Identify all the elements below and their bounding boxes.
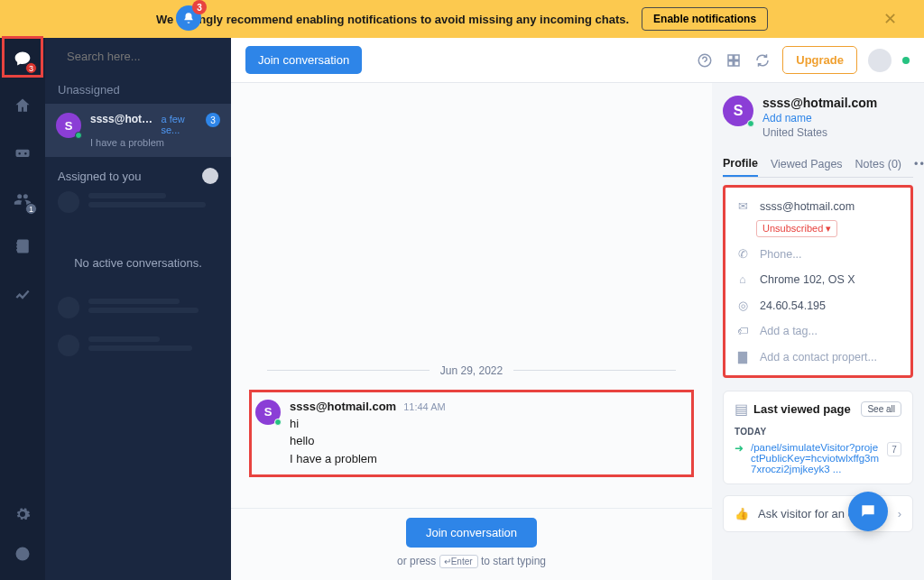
nav-analytics[interactable] [9, 280, 36, 307]
enable-notifications-button[interactable]: Enable notifications [642, 7, 768, 31]
bell-badge: 3 [192, 0, 207, 14]
last-viewed-card: ▤ Last viewed page See all TODAY ➜ /pane… [723, 391, 913, 484]
nav-chats[interactable]: 3 [9, 45, 36, 72]
assigned-label: Assigned to you [58, 170, 142, 183]
placeholder-list [45, 191, 231, 229]
contacts-badge: 1 [25, 203, 37, 215]
conversation-title: ssss@hotmail.... [90, 113, 157, 125]
tab-viewed-pages[interactable]: Viewed Pages [771, 152, 843, 176]
unassigned-label: Unassigned [45, 74, 231, 104]
add-property-row[interactable]: ▇Add a contact propert... [733, 344, 903, 370]
enter-key-chip: ↵Enter [439, 555, 478, 568]
email-icon: ✉ [735, 199, 751, 213]
conversation-time: a few se... [161, 114, 197, 135]
svg-rect-5 [735, 60, 739, 65]
user-avatar[interactable] [868, 49, 892, 72]
tab-more-icon[interactable]: ••• [914, 158, 924, 170]
nav-settings[interactable] [9, 501, 36, 528]
message-line: I have a problem [290, 450, 446, 468]
svg-rect-3 [735, 55, 739, 60]
banner-text: We strongly recommend enabling notificat… [156, 13, 629, 26]
avatar: S [56, 113, 81, 138]
tag-icon: 🏷 [735, 325, 751, 337]
last-viewed-title: Last viewed page [753, 402, 851, 416]
placeholder-list-2 [45, 297, 231, 373]
topbar: Join conversation Upgrade [231, 38, 924, 83]
profile-info-card: ✉ssss@hotmail.com Unsubscribed▾ ✆Phone..… [723, 185, 913, 378]
phone-icon: ✆ [735, 247, 751, 261]
help-icon[interactable] [696, 51, 714, 69]
message-avatar: S [255, 400, 281, 425]
conversation-preview: I have a problem [90, 137, 197, 148]
join-conversation-button-large[interactable]: Join conversation [406, 518, 537, 548]
location-icon: ◎ [735, 299, 751, 312]
today-label: TODAY [735, 427, 901, 437]
status-dot [902, 57, 910, 64]
profile-location: United States [762, 126, 913, 139]
notification-banner: 3 We strongly recommend enabling notific… [0, 0, 924, 38]
arrow-icon: ➜ [735, 442, 744, 474]
join-conversation-button[interactable]: Join conversation [245, 46, 362, 74]
profile-device: Chrome 102, OS X [760, 273, 855, 286]
nav-bot[interactable] [9, 139, 36, 166]
search-input[interactable] [67, 50, 218, 63]
date-divider: Jun 29, 2022 [267, 364, 676, 377]
message-sender: ssss@hotmail.com [290, 400, 396, 413]
apps-icon[interactable] [725, 51, 743, 69]
see-all-button[interactable]: See all [861, 401, 901, 417]
nav-address-book[interactable] [9, 233, 36, 260]
no-conversations-text: No active conversations. [45, 229, 231, 297]
svg-rect-4 [728, 60, 733, 65]
page-icon: ▤ [735, 400, 748, 418]
refresh-icon[interactable] [753, 51, 772, 69]
tab-profile[interactable]: Profile [723, 152, 758, 177]
detail-panel: S ssss@hotmail.com Add name United State… [712, 83, 924, 580]
close-icon[interactable]: ✕ [883, 9, 897, 29]
viewed-page-url[interactable]: /panel/simulateVisitor?projectPublicKey=… [751, 442, 880, 474]
thumbs-icon: 👍 [735, 507, 749, 520]
chat-area: Jun 29, 2022 S ssss@hotmail.com 11:44 AM… [231, 83, 712, 580]
svg-rect-2 [728, 55, 733, 60]
profile-avatar: S [723, 96, 753, 126]
add-name-link[interactable]: Add name [762, 112, 913, 124]
profile-ip: 24.60.54.195 [760, 299, 826, 312]
profile-name: ssss@hotmail.com [762, 96, 913, 110]
folder-icon: ▇ [735, 350, 751, 364]
nav-logo[interactable] [9, 540, 36, 567]
phone-row[interactable]: ✆Phone... [733, 241, 903, 267]
message-block: S ssss@hotmail.com 11:44 AM hi hello I h… [249, 390, 694, 478]
viewed-page-count: 7 [887, 442, 901, 456]
message-line: hi [290, 415, 446, 433]
nav-rail: 3 1 [0, 38, 45, 580]
unsubscribed-chip[interactable]: Unsubscribed▾ [756, 220, 837, 237]
bell-icon-container: 3 [176, 5, 201, 31]
conversation-item[interactable]: S ssss@hotmail.... a few se... I have a … [45, 104, 231, 157]
upgrade-button[interactable]: Upgrade [782, 46, 857, 74]
message-line: hello [290, 432, 446, 450]
profile-email: ssss@hotmail.com [760, 200, 855, 213]
message-time: 11:44 AM [403, 401, 445, 412]
press-prefix: or press [397, 555, 436, 567]
conversation-count: 3 [206, 113, 220, 127]
assigned-avatar[interactable] [202, 168, 218, 184]
press-suffix: to start typing [481, 555, 546, 567]
nav-contacts[interactable]: 1 [9, 186, 36, 213]
svg-point-0 [16, 548, 30, 561]
svg-point-1 [699, 54, 712, 67]
tab-notes[interactable]: Notes (0) [855, 152, 901, 176]
conversation-sidebar: Unassigned S ssss@hotmail.... a few se..… [45, 38, 231, 580]
laptop-icon: ⌂ [735, 273, 751, 286]
chat-footer: Join conversation or press ↵Enter to sta… [231, 508, 712, 580]
chat-fab[interactable] [848, 492, 888, 531]
add-tag-row[interactable]: 🏷Add a tag... [733, 318, 903, 344]
nav-home[interactable] [9, 92, 36, 119]
chevron-right-icon: › [898, 507, 901, 520]
chats-badge: 3 [25, 62, 37, 74]
